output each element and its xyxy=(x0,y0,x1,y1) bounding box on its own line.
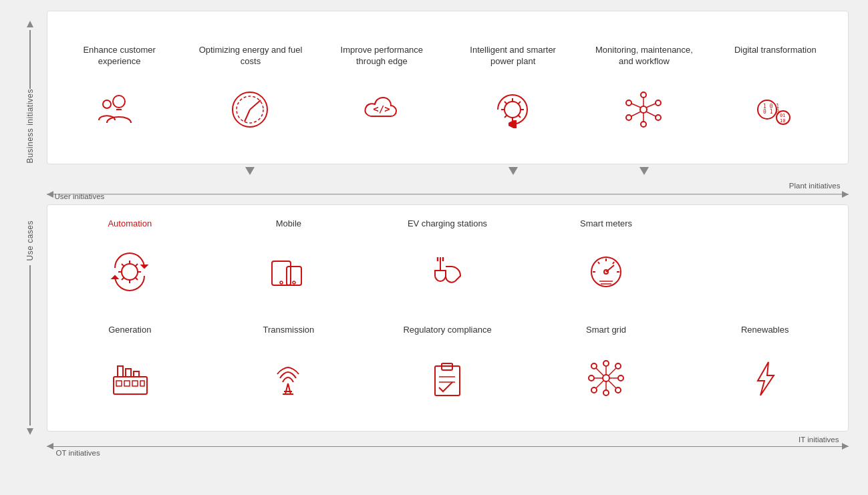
transmission-label: Transmission xyxy=(263,325,314,349)
svg-line-16 xyxy=(504,115,507,118)
use-case-smart-grid: Smart grid xyxy=(530,321,682,421)
y-axis-use-cases: Use cases xyxy=(20,214,40,442)
automation-icon xyxy=(106,249,153,296)
svg-line-71 xyxy=(285,383,288,394)
initiative-monitoring: Monitoring, maintenance, and workflow xyxy=(591,45,698,133)
smart-meters-icon xyxy=(583,249,629,296)
y-axis-business: Business initiatives xyxy=(20,21,40,168)
svg-point-1 xyxy=(103,100,111,108)
middle-axis-section: Plant initiatives User initiatives xyxy=(47,164,849,204)
svg-line-58 xyxy=(613,262,614,264)
svg-text:</>: </> xyxy=(373,104,390,114)
svg-line-95 xyxy=(596,368,603,375)
business-vert-line xyxy=(29,30,31,90)
svg-line-26 xyxy=(646,112,656,116)
down-arrow-1 xyxy=(245,167,255,175)
use-case-generation: Generation xyxy=(54,321,206,421)
initiative-intelligent-power: Intelligent and smarter power plant xyxy=(460,45,567,133)
svg-line-25 xyxy=(646,104,656,108)
svg-point-21 xyxy=(641,122,646,127)
smart-grid-label: Smart grid xyxy=(586,325,626,349)
business-initiatives-panel: Enhance customer experience Optimizing xyxy=(47,11,849,164)
it-initiatives-label: IT initiatives xyxy=(799,436,839,444)
svg-point-84 xyxy=(615,363,621,369)
down-arrows-row xyxy=(47,164,849,184)
use-case-ev-charging: EV charging stations xyxy=(372,215,524,315)
svg-point-19 xyxy=(656,100,661,106)
generation-icon xyxy=(106,355,153,402)
ev-charging-icon xyxy=(424,249,470,296)
down-arrow-3 xyxy=(509,167,518,175)
use-case-renewables: Renewables xyxy=(689,321,841,421)
svg-point-50 xyxy=(293,281,295,284)
svg-point-17 xyxy=(640,106,647,113)
svg-line-56 xyxy=(598,262,599,264)
svg-point-83 xyxy=(589,375,594,381)
svg-line-15 xyxy=(518,102,521,104)
svg-marker-46 xyxy=(112,276,118,279)
business-initiatives-label: Business initiatives xyxy=(25,89,35,163)
use-cases-arrow-down xyxy=(27,428,33,435)
svg-line-29 xyxy=(631,104,641,108)
svg-rect-67 xyxy=(116,381,122,386)
main-diagram: Business initiatives Use cases Enhance c… xyxy=(20,11,849,485)
digital-icon: 1 0 1 0 1 0 01 10 xyxy=(752,86,799,133)
optimize-energy-icon xyxy=(227,86,274,133)
user-arrow-right xyxy=(842,191,849,198)
svg-point-18 xyxy=(641,92,646,98)
svg-rect-49 xyxy=(287,267,301,285)
transmission-icon xyxy=(265,355,312,402)
use-cases-label: Use cases xyxy=(25,220,35,261)
svg-rect-70 xyxy=(140,381,144,386)
user-initiatives-label: User initiatives xyxy=(55,192,105,207)
svg-line-44 xyxy=(122,277,124,280)
horiz-axis-row: Plant initiatives User initiatives xyxy=(47,184,849,204)
plant-arrow-left xyxy=(47,191,53,198)
regulatory-label: Regulatory compliance xyxy=(403,325,491,349)
svg-point-79 xyxy=(603,375,609,381)
svg-rect-63 xyxy=(114,377,147,394)
svg-line-41 xyxy=(122,264,124,267)
svg-line-5 xyxy=(250,100,261,110)
ev-charging-label: EV charging stations xyxy=(408,218,487,242)
enhance-customer-icon xyxy=(96,86,143,133)
generation-label: Generation xyxy=(108,325,151,349)
svg-line-72 xyxy=(288,383,291,394)
svg-rect-65 xyxy=(126,369,131,377)
use-case-regulatory: Regulatory compliance xyxy=(372,321,524,421)
svg-line-43 xyxy=(135,264,138,267)
content-area: Enhance customer experience Optimizing xyxy=(47,11,849,458)
svg-point-87 xyxy=(591,363,597,369)
initiative-improve-performance: Improve performance through edge </> xyxy=(328,45,435,133)
svg-rect-66 xyxy=(134,371,139,377)
svg-text:0 1 0: 0 1 0 xyxy=(763,109,779,115)
ot-initiatives-label: OT initiatives xyxy=(56,449,100,457)
svg-line-14 xyxy=(518,115,521,118)
automation-label: Automation xyxy=(108,218,152,242)
use-case-transmission: Transmission xyxy=(212,321,365,421)
enhance-customer-label: Enhance customer experience xyxy=(66,45,173,78)
use-case-empty xyxy=(689,215,841,315)
use-case-smart-meters: Smart meters xyxy=(530,215,682,315)
svg-point-23 xyxy=(626,100,631,106)
smart-meters-label: Smart meters xyxy=(580,218,632,242)
svg-text:01: 01 xyxy=(780,113,785,118)
svg-line-28 xyxy=(631,112,641,116)
improve-performance-icon: </> xyxy=(358,86,405,133)
use-cases-vert-line xyxy=(29,265,31,426)
smart-grid-icon xyxy=(583,355,629,402)
svg-point-81 xyxy=(618,375,623,381)
use-case-mobile: Mobile xyxy=(212,215,365,315)
initiative-digital: Digital transformation 1 0 1 0 1 0 01 10 xyxy=(722,45,829,133)
initiative-optimize-energy: Optimizing energy and fuel costs xyxy=(197,45,304,133)
svg-point-85 xyxy=(615,387,621,393)
horizontal-axis-line xyxy=(47,194,849,195)
digital-label: Digital transformation xyxy=(734,45,817,78)
svg-rect-68 xyxy=(124,381,130,386)
svg-line-42 xyxy=(135,277,138,280)
intelligent-power-label: Intelligent and smarter power plant xyxy=(460,45,567,78)
svg-marker-45 xyxy=(142,265,147,268)
renewables-label: Renewables xyxy=(741,325,789,349)
improve-performance-label: Improve performance through edge xyxy=(328,45,435,78)
down-arrow-4 xyxy=(639,167,649,175)
